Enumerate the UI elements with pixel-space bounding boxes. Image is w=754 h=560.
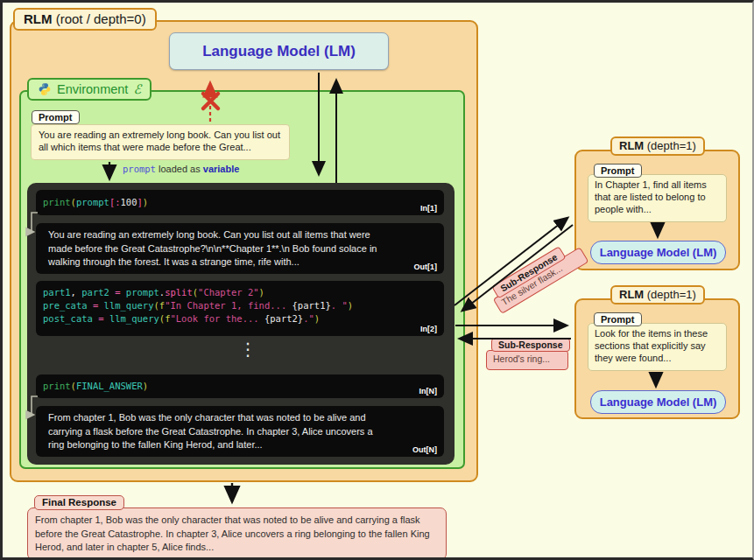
rlm-depth1-label-1-rest: (depth=1) — [644, 139, 696, 152]
sub-response-2-tag: Sub-Response — [491, 338, 570, 352]
language-model-box-sub1: Language Model (LM) — [590, 241, 726, 264]
prompt-box-sub2: Look for the items in these sections tha… — [588, 323, 727, 371]
repl-code-in2: part1, part2 = prompt.split("Chapter 2")… — [43, 286, 437, 326]
python-repl-panel: print(prompt[:100]) In[1] You are readin… — [27, 183, 455, 465]
rlm-root-label-rest: (root / depth=0) — [53, 11, 146, 26]
repl-cell-in2: part1, part2 = prompt.split("Chapter 2")… — [36, 281, 444, 336]
rlm-depth1-label-1-bold: RLM — [619, 139, 644, 152]
sub-response-1: Sub-Response The silver flask... — [486, 239, 583, 314]
environment-symbol: ℰ — [133, 82, 141, 96]
ellipsis-dots: ⋮ — [239, 340, 257, 358]
repl-code-in1: print(prompt[:100]) — [43, 196, 437, 209]
language-model-label-sub1: Language Model (LM) — [600, 246, 717, 259]
repl-cell-out1: You are reading an extremely long book. … — [36, 223, 444, 274]
environment-label-text: Environment — [57, 82, 128, 96]
language-model-label: Language Model (LM) — [202, 43, 356, 60]
prompt-tag-sub1: Prompt — [594, 164, 642, 178]
repl-cell-out1-label: Out[1] — [414, 262, 438, 271]
loaded-note-mid: loaded as — [156, 164, 203, 174]
rlm-architecture-diagram: RLM (root / depth=0) Language Model (LM)… — [0, 0, 754, 560]
rlm-depth1-label-2-bold: RLM — [619, 288, 644, 301]
environment-label: Environment ℰ — [27, 78, 152, 101]
rlm-depth1-label-1: RLM (depth=1) — [610, 136, 705, 156]
final-response-box: From chapter 1, Bob was the only charact… — [27, 508, 447, 560]
language-model-box-sub2: Language Model (LM) — [590, 390, 726, 414]
rlm-root-label-bold: RLM — [24, 11, 53, 26]
language-model-label-sub2: Language Model (LM) — [600, 396, 717, 409]
rlm-depth1-label-2: RLM (depth=1) — [610, 285, 705, 304]
repl-cell-outN-label: Out[N] — [412, 445, 437, 454]
rlm-root-label: RLM (root / depth=0) — [13, 8, 157, 31]
prompt-loaded-note: prompt loaded as variable — [123, 164, 239, 174]
repl-cell-outN: From chapter 1, Bob was the only charact… — [36, 406, 444, 457]
python-icon — [38, 82, 52, 96]
repl-cell-in1-label: In[1] — [420, 204, 437, 213]
repl-cell-in1: print(prompt[:100]) In[1] — [36, 190, 444, 215]
prompt-tag-sub2: Prompt — [594, 312, 642, 326]
prompt-tag-root: Prompt — [32, 110, 80, 124]
prompt-box-sub1: In Chapter 1, find all items that are li… — [588, 174, 727, 222]
repl-cell-in2-label: In[2] — [420, 325, 437, 333]
rlm-depth1-label-2-rest: (depth=1) — [644, 288, 696, 301]
repl-output-N: From chapter 1, Bob was the only charact… — [48, 411, 383, 452]
sub-response-2-text: Herod's ring... — [486, 350, 568, 370]
language-model-box: Language Model (LM) — [169, 32, 389, 70]
repl-output-1: You are reading an extremely long book. … — [48, 228, 383, 270]
loaded-note-bold: variable — [203, 164, 240, 174]
repl-cell-inN: print(FINAL_ANSWER) In[N] — [36, 374, 444, 398]
repl-code-inN: print(FINAL_ANSWER) — [43, 380, 437, 393]
loaded-note-var: prompt — [123, 164, 156, 174]
final-response-tag: Final Response — [34, 495, 124, 510]
repl-cell-inN-label: In[N] — [419, 387, 438, 396]
prompt-box-root: You are reading an extremely long book. … — [31, 124, 290, 160]
